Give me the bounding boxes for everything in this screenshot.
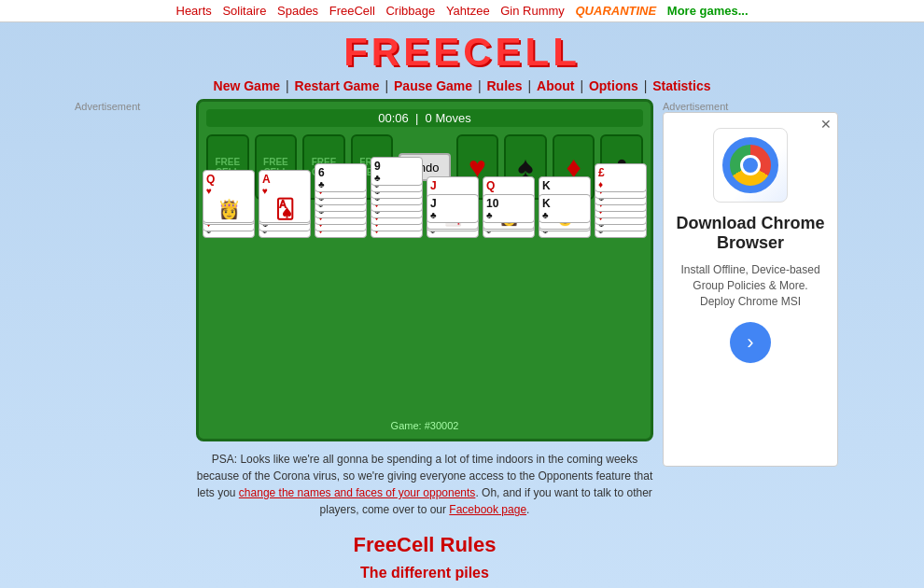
playing-card[interactable]: J♣: [427, 194, 479, 223]
card-rank: K: [542, 197, 551, 210]
columns-row: 10♠10♦5♣8♦J♠9♦Q♥👸8♠8♣7♠5♣Q♠A♠A♥🂡4♦K♦9♦4♣…: [206, 209, 643, 414]
game-board: 00:06 | 0 Moves FREECELL FREECELL FREECE…: [196, 99, 653, 441]
game-title: FREECELL: [0, 30, 924, 75]
psa-link[interactable]: change the names and faces of your oppon…: [239, 486, 476, 499]
main-layout: Advertisement 00:06 | 0 Moves FREECELL F…: [0, 99, 924, 581]
menu-statistics[interactable]: Statistics: [652, 78, 710, 93]
card-suit: ♣: [430, 210, 437, 220]
card-column-1: 10♠10♦5♣8♦J♠9♦Q♥👸: [203, 209, 255, 414]
playing-card[interactable]: K♣: [539, 194, 591, 223]
ad-title: Download Chrome Browser: [675, 214, 826, 253]
card-rank: Q: [206, 173, 215, 186]
card-suit: ♣: [486, 210, 493, 220]
nav-hearts[interactable]: Hearts: [176, 4, 212, 18]
ad-right: Advertisement ✕ Download Chrome Browser …: [663, 99, 849, 472]
nav-cribbage[interactable]: Cribbage: [385, 4, 435, 18]
card-rank: J: [430, 179, 437, 192]
card-rank: Q: [486, 179, 495, 192]
menu-bar: New Game | Restart Game | Pause Game | R…: [0, 78, 924, 93]
card-rank: 6: [318, 166, 325, 179]
card-column-2: 8♠8♣7♠5♣Q♠A♠A♥🂡: [259, 209, 311, 414]
card-suit: ♣: [374, 173, 381, 183]
card-rank: 9: [374, 160, 381, 173]
game-info-bar: 00:06 | 0 Moves: [206, 109, 643, 127]
face-card-image: 🂡: [262, 198, 307, 220]
psa-text: PSA: Looks like we're all gonna be spend…: [196, 451, 653, 518]
playing-card[interactable]: 6♣: [315, 163, 367, 192]
card-rank: A: [262, 173, 271, 186]
rules-title: FreeCell Rules: [196, 533, 653, 557]
card-column-4: 10♦2♦8♦J♣4♦K♣6♣A♠9♣: [371, 209, 423, 414]
moves: 0 Moves: [426, 111, 471, 125]
separator: |: [528, 78, 532, 93]
nav-quarantine[interactable]: QUARANTINE: [576, 4, 657, 18]
ad-left: Advertisement: [75, 99, 187, 472]
playing-card[interactable]: £♦: [595, 163, 647, 192]
card-rank: K: [542, 179, 551, 192]
rules-subtitle: The different piles: [196, 565, 653, 581]
card-column-3: 4♦K♦9♦4♣4♠Q♣9♦6♣: [315, 209, 367, 414]
ad-button[interactable]: ›: [730, 322, 771, 363]
playing-card[interactable]: A♥🂡: [259, 170, 311, 223]
card-rank: 10: [486, 197, 498, 210]
nav-freecell[interactable]: FreeCell: [329, 4, 375, 18]
chrome-circle: [722, 137, 778, 193]
face-card-image: 👸: [206, 198, 251, 220]
ad-box: ✕ Download Chrome Browser Install Offlin…: [663, 112, 838, 467]
nav-solitaire[interactable]: Solitaire: [222, 4, 266, 18]
separator: |: [385, 78, 388, 93]
menu-pause[interactable]: Pause Game: [394, 78, 472, 93]
card-column-8: 2♠3♣3♦2♦A♥5♣3♥£♦: [595, 209, 647, 414]
separator: |: [644, 78, 648, 93]
facebook-link[interactable]: Facebook page: [449, 503, 526, 516]
chrome-logo: [713, 128, 788, 203]
playing-card[interactable]: 9♣: [371, 157, 423, 186]
game-number: Game: #30002: [206, 420, 643, 431]
menu-new-game[interactable]: New Game: [214, 78, 281, 93]
ad-right-label: Advertisement: [663, 101, 728, 112]
card-column-6: 7♠K♣9♠7♠5♥Q♦👸10♣: [483, 209, 535, 414]
nav-spades[interactable]: Spades: [277, 4, 318, 18]
close-icon[interactable]: ✕: [820, 117, 832, 132]
card-suit: ♥: [206, 186, 212, 196]
card-column-7: 7♣A♦A♣6♦J♣K♠🤴K♣: [539, 209, 591, 414]
ad-left-label: Advertisement: [75, 101, 140, 112]
menu-about[interactable]: About: [537, 78, 574, 93]
nav-gin-rummy[interactable]: Gin Rummy: [500, 4, 565, 18]
menu-options[interactable]: Options: [589, 78, 638, 93]
card-rank: £: [598, 166, 605, 179]
card-suit: ♣: [318, 179, 325, 189]
card-column-5: 10♠2♦3♠6♦6♣J♥🃏J♣: [427, 209, 479, 414]
separator: |: [286, 78, 289, 93]
playing-card[interactable]: Q♥👸: [203, 170, 255, 223]
menu-rules[interactable]: Rules: [487, 78, 523, 93]
chrome-inner: [740, 155, 761, 175]
separator: |: [580, 78, 583, 93]
separator: |: [478, 78, 482, 93]
card-suit: ♣: [542, 210, 549, 220]
card-suit: ♦: [598, 179, 603, 189]
nav-yahtzee[interactable]: Yahtzee: [446, 4, 490, 18]
playing-card[interactable]: 10♣: [483, 194, 535, 223]
title-area: FREECELL: [0, 22, 924, 78]
timer: 00:06: [378, 111, 409, 125]
ad-text: Install Offline, Device-based Group Poli…: [675, 262, 826, 309]
top-nav: Hearts Solitaire Spades FreeCell Cribbag…: [0, 0, 924, 22]
nav-more-games[interactable]: More games...: [667, 4, 749, 18]
card-suit: ♥: [262, 186, 268, 196]
game-area: 00:06 | 0 Moves FREECELL FREECELL FREECE…: [196, 99, 653, 581]
menu-restart[interactable]: Restart Game: [295, 78, 380, 93]
card-rank: J: [430, 197, 437, 210]
psa-period: .: [526, 503, 529, 516]
